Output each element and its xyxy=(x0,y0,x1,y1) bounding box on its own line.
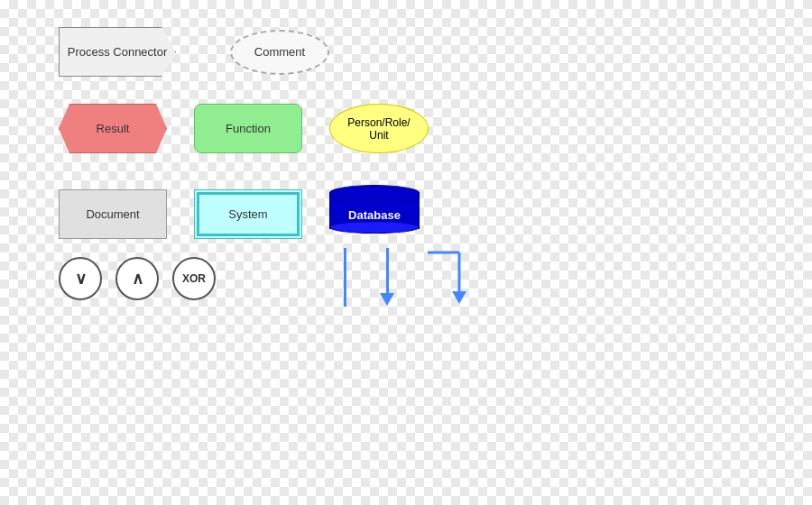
function-label: Function xyxy=(226,122,271,135)
arrow-down-1 xyxy=(338,248,351,307)
xor-operator: XOR xyxy=(172,257,216,300)
or-symbol: ∨ xyxy=(75,269,87,289)
svg-marker-2 xyxy=(452,291,466,304)
comment-label: Comment xyxy=(254,45,305,59)
system-shape: System xyxy=(194,189,302,239)
result-shape: Result xyxy=(59,104,167,153)
or-operator: ∨ xyxy=(59,257,102,300)
person-role-label: Person/Role/ Unit xyxy=(347,116,410,142)
arrow-down-2 xyxy=(378,248,396,307)
system-label: System xyxy=(228,207,267,221)
function-shape: Function xyxy=(194,104,302,153)
process-connector-shape: Process Connector xyxy=(59,27,176,77)
and-operator: ∧ xyxy=(115,257,159,300)
document-label: Document xyxy=(86,207,139,221)
arrow-right-down xyxy=(423,248,468,307)
xor-symbol: XOR xyxy=(182,272,206,285)
database-shape: Database xyxy=(329,185,420,243)
db-top xyxy=(329,185,420,201)
result-label: Result xyxy=(97,122,130,135)
process-connector-label: Process Connector xyxy=(68,45,168,59)
comment-shape: Comment xyxy=(230,30,329,75)
database-label: Database xyxy=(348,207,401,221)
document-shape: Document xyxy=(59,189,167,239)
and-symbol: ∧ xyxy=(132,269,143,289)
person-role-shape: Person/Role/ Unit xyxy=(329,104,429,153)
db-bottom xyxy=(329,221,420,234)
